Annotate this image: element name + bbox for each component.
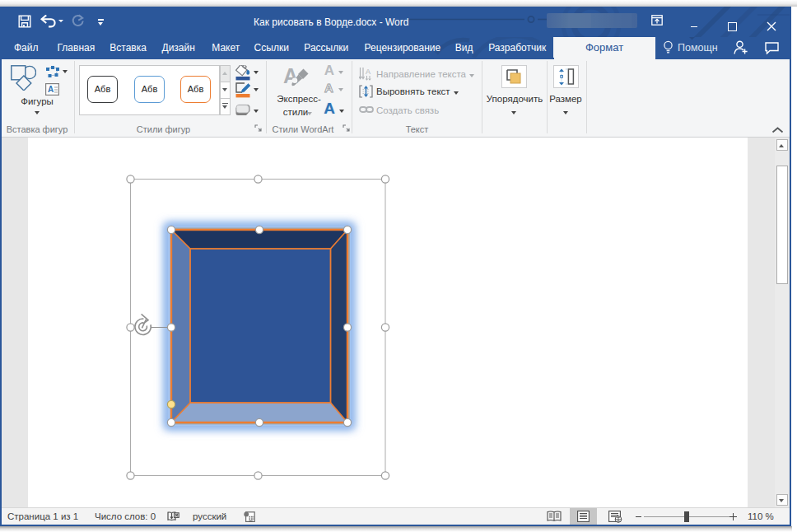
svg-text:A: A: [324, 82, 333, 93]
svg-text:А: А: [48, 85, 54, 94]
svg-text:A: A: [366, 68, 371, 76]
